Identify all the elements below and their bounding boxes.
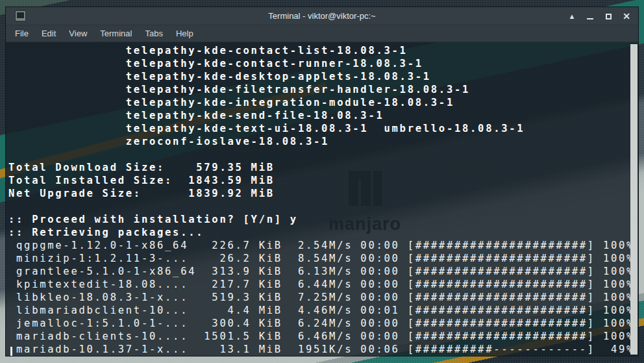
terminal-output: telepathy-kde-contact-list-18.08.3-1 tel…	[8, 44, 638, 356]
menu-terminal[interactable]: Terminal	[100, 29, 132, 38]
maximize-button[interactable]	[603, 11, 613, 21]
terminal-line	[8, 148, 638, 161]
terminal-line-download-progress: mariadb-10.1.37-1-x... 13.1 MiB 1951K/s …	[8, 343, 638, 356]
menu-file[interactable]: File	[15, 29, 29, 38]
terminal-cursor	[10, 347, 12, 356]
terminal-line: zeroconf-ioslave-18.08.3-1	[8, 135, 638, 148]
close-button[interactable]: ✕	[621, 11, 632, 21]
menu-bar: File Edit View Terminal Tabs Help	[6, 25, 638, 42]
terminal-line-download-progress: kpimtextedit-18.08.... 217.7 KiB 6.44M/s…	[8, 278, 638, 291]
terminal-line-total-installed: Total Installed Size: 1843.59 MiB	[8, 174, 638, 187]
terminal-line: telepathy-kde-send-file-18.08.3-1	[8, 109, 638, 122]
minimize-icon	[587, 13, 593, 19]
terminal-line-download-progress: jemalloc-1:5.1.0-1-... 300.4 KiB 6.24M/s…	[8, 317, 638, 330]
scrollbar-thumb[interactable]	[630, 44, 638, 355]
terminal-line: telepathy-kde-contact-list-18.08.3-1	[8, 44, 638, 57]
menu-tabs[interactable]: Tabs	[145, 29, 162, 38]
menu-edit[interactable]: Edit	[42, 29, 56, 38]
terminal-line-download-progress: qgpgme-1.12.0-1-x86_64 226.7 KiB 2.54M/s…	[8, 239, 638, 252]
terminal-line-proceed-prompt: :: Proceed with installation? [Y/n] y	[8, 213, 638, 226]
terminal-line: telepathy-kde-filetransfer-handler-18.08…	[8, 83, 638, 96]
shade-button[interactable]: ▲	[567, 11, 577, 21]
terminal-line: telepathy-kde-integration-module-18.08.3…	[8, 96, 638, 109]
terminal-line-download-progress: libkleo-18.08.3-1-x... 519.3 KiB 7.25M/s…	[8, 291, 638, 304]
menu-help[interactable]: Help	[176, 29, 193, 38]
window-titlebar[interactable]: Terminal - viktor@viktor-pc:~ ▲ ✕	[6, 7, 638, 25]
terminal-line-download-progress: mariadb-clients-10.... 1501.5 KiB 6.46M/…	[8, 330, 638, 343]
terminal-line: telepathy-kde-contact-runner-18.08.3-1	[8, 57, 638, 70]
terminal-line-net-upgrade: Net Upgrade Size: 1839.92 MiB	[8, 187, 638, 200]
maximize-icon	[606, 14, 612, 19]
terminal-line-download-progress: libmariadbclient-10... 4.4 MiB 4.46M/s 0…	[8, 304, 638, 317]
terminal-line: telepathy-kde-text-ui-18.08.3-1 umbrello…	[8, 122, 638, 135]
terminal-line: telepathy-kde-desktop-applets-18.08.3-1	[8, 70, 638, 83]
terminal-line-retrieving: :: Retrieving packages...	[8, 226, 638, 239]
terminal-line-download-progress: minizip-1:1.2.11-3-... 26.2 KiB 8.54M/s …	[8, 252, 638, 265]
minimize-button[interactable]	[585, 11, 595, 21]
terminal-window: Terminal - viktor@viktor-pc:~ ▲ ✕ File E…	[5, 6, 639, 357]
menu-view[interactable]: View	[69, 29, 87, 38]
terminal-line	[8, 200, 638, 213]
window-controls: ▲ ✕	[567, 7, 632, 25]
terminal-line-total-download: Total Download Size: 579.35 MiB	[8, 161, 638, 174]
terminal-line-download-progress: grantlee-5.1.0-1-x86_64 313.9 KiB 6.13M/…	[8, 265, 638, 278]
terminal-viewport[interactable]: telepathy-kde-contact-list-18.08.3-1 tel…	[6, 42, 638, 356]
window-title: Terminal - viktor@viktor-pc:~	[6, 7, 638, 25]
